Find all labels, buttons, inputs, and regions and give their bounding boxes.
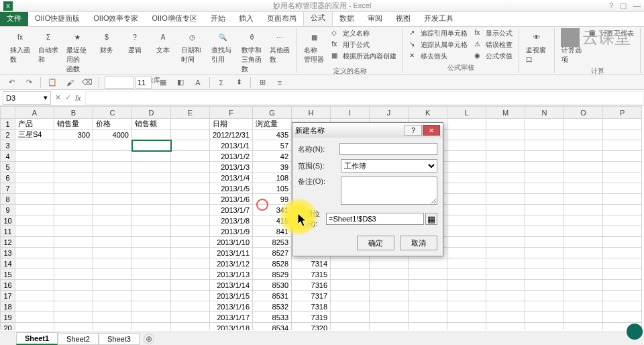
cell[interactable] <box>447 172 486 183</box>
cell[interactable] <box>603 140 642 151</box>
cell[interactable] <box>564 215 603 226</box>
scope-select[interactable]: 工作簿 <box>341 159 437 172</box>
cell[interactable] <box>54 323 93 331</box>
cell[interactable]: 105 <box>253 183 292 194</box>
cell[interactable] <box>132 291 171 301</box>
cell[interactable] <box>603 258 642 269</box>
cell[interactable] <box>132 140 171 151</box>
cell[interactable]: 日期 <box>210 119 253 130</box>
delete-button[interactable]: ⌫ <box>81 77 93 89</box>
cell[interactable] <box>447 248 486 258</box>
cell[interactable] <box>525 269 564 280</box>
cell[interactable] <box>564 194 603 205</box>
cell[interactable] <box>171 269 210 280</box>
col-N[interactable]: N <box>525 107 564 119</box>
cell[interactable]: 三星S4 <box>15 130 54 140</box>
sheets-tab-3[interactable]: Sheet3 <box>99 333 140 345</box>
row-header[interactable]: 2 <box>1 130 15 140</box>
cell[interactable] <box>171 226 210 237</box>
cell[interactable] <box>132 172 171 183</box>
cell[interactable] <box>603 205 642 215</box>
text-button[interactable]: A文本 <box>150 28 176 56</box>
cell[interactable] <box>564 269 603 280</box>
cell[interactable] <box>447 205 486 215</box>
cell[interactable] <box>409 312 447 323</box>
cell[interactable] <box>603 226 642 237</box>
recent-button[interactable]: ★最近使用的 函数 <box>64 28 91 75</box>
cell[interactable] <box>331 291 370 301</box>
cell[interactable] <box>447 215 486 226</box>
cell[interactable]: 2013/1/16 <box>210 301 253 312</box>
cell[interactable] <box>15 162 54 172</box>
cell[interactable] <box>603 291 642 301</box>
cell[interactable] <box>15 205 54 215</box>
datetime-button[interactable]: ◷日期和时间 <box>178 28 206 66</box>
cell[interactable] <box>331 280 370 291</box>
sum-button[interactable]: Σ <box>215 77 227 89</box>
merge-button[interactable]: ⊞ <box>256 77 268 89</box>
cell[interactable]: 7316 <box>292 280 331 291</box>
cell[interactable] <box>331 312 370 323</box>
cell[interactable] <box>132 194 171 205</box>
col-A[interactable]: A <box>15 107 54 119</box>
cell[interactable] <box>54 215 93 226</box>
cell[interactable] <box>486 215 525 226</box>
cell[interactable] <box>54 151 93 162</box>
cancel-button[interactable]: 取消 <box>400 236 437 250</box>
cell[interactable] <box>447 269 486 280</box>
cell[interactable] <box>603 312 642 323</box>
cell[interactable] <box>525 258 564 269</box>
fontsize-input[interactable] <box>136 77 152 89</box>
cell[interactable] <box>132 258 171 269</box>
cell[interactable] <box>171 301 210 312</box>
col-I[interactable]: I <box>331 107 370 119</box>
cell[interactable] <box>603 119 642 130</box>
cell[interactable]: 2013/1/17 <box>210 312 253 323</box>
cell[interactable]: 8533 <box>253 312 292 323</box>
cell[interactable]: 7319 <box>292 312 331 323</box>
cell[interactable] <box>447 119 486 130</box>
cell[interactable] <box>525 183 564 194</box>
cell[interactable] <box>525 291 564 301</box>
cell[interactable] <box>54 301 93 312</box>
col-O[interactable]: O <box>564 107 603 119</box>
cell[interactable] <box>564 258 603 269</box>
tab-home[interactable]: 开始 <box>204 11 232 26</box>
use-formula-button[interactable]: fx用于公式 <box>329 40 398 50</box>
cell[interactable] <box>525 194 564 205</box>
cell[interactable]: 7318 <box>292 301 331 312</box>
col-E[interactable]: E <box>171 107 210 119</box>
cell[interactable] <box>15 323 54 331</box>
cell[interactable] <box>15 151 54 162</box>
ok-button[interactable]: 确定 <box>357 236 394 250</box>
cell[interactable] <box>564 172 603 183</box>
cell[interactable] <box>564 130 603 140</box>
row-header[interactable]: 15 <box>1 269 15 280</box>
brush-button[interactable]: 🖌 <box>64 77 76 89</box>
cell[interactable] <box>447 237 486 248</box>
cell[interactable]: 42 <box>253 151 292 162</box>
cell[interactable] <box>331 269 370 280</box>
cell[interactable] <box>93 312 132 323</box>
cell[interactable] <box>486 151 525 162</box>
cell[interactable] <box>171 205 210 215</box>
cell[interactable]: 2013/1/5 <box>210 183 253 194</box>
cell[interactable]: 7317 <box>292 291 331 301</box>
row-header[interactable]: 16 <box>1 280 15 291</box>
cell[interactable] <box>603 269 642 280</box>
col-L[interactable]: L <box>447 107 486 119</box>
cell[interactable]: 2013/1/3 <box>210 162 253 172</box>
font-select[interactable] <box>105 77 134 89</box>
row-header[interactable]: 19 <box>1 312 15 323</box>
finance-button[interactable]: $财务 <box>94 28 119 56</box>
ref-input[interactable] <box>326 213 424 225</box>
cell[interactable] <box>447 151 486 162</box>
tab-file[interactable]: 文件 <box>0 11 28 26</box>
cell[interactable] <box>132 130 171 140</box>
cell[interactable] <box>603 280 642 291</box>
cell[interactable] <box>132 183 171 194</box>
cell[interactable] <box>132 269 171 280</box>
cell[interactable] <box>15 248 54 258</box>
show-formula-button[interactable]: fx显示公式 <box>472 28 515 39</box>
cell[interactable] <box>93 226 132 237</box>
